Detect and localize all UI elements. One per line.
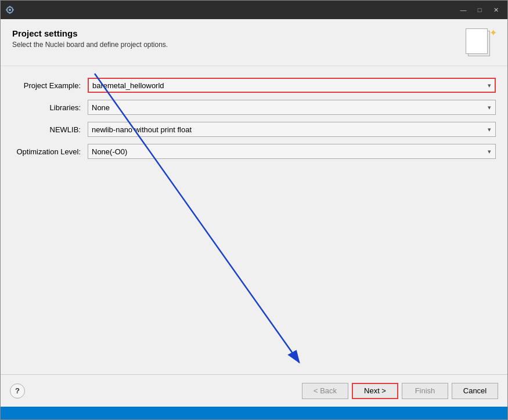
optimization-select[interactable]: None(-O0)	[88, 144, 496, 159]
project-example-select-wrapper: baremetal_helloworld	[88, 78, 496, 93]
finish-button[interactable]: Finish	[402, 383, 448, 399]
status-bar	[1, 407, 507, 419]
window-controls: — □ ✕	[456, 4, 503, 16]
newlib-control: newlib-nano without print float	[88, 122, 496, 137]
bottom-buttons: < Back Next > Finish Cancel	[302, 383, 498, 399]
close-button[interactable]: ✕	[489, 4, 503, 16]
help-button[interactable]: ?	[10, 383, 25, 399]
back-button[interactable]: < Back	[302, 383, 348, 399]
project-example-row: Project Example: baremetal_helloworld	[12, 78, 496, 93]
libraries-control: None	[88, 100, 496, 115]
svg-line-7	[95, 74, 299, 363]
newlib-label: NEWLIB:	[12, 125, 88, 134]
app-icon	[5, 5, 15, 15]
bottom-bar: ? < Back Next > Finish Cancel	[1, 374, 507, 407]
logo-page-front	[466, 28, 488, 54]
dialog-subtitle: Select the Nuclei board and define proje…	[12, 41, 466, 49]
header-section: Project settings Select the Nuclei board…	[1, 19, 507, 66]
header-text: Project settings Select the Nuclei board…	[12, 28, 466, 49]
content-area: Project settings Select the Nuclei board…	[1, 19, 507, 419]
header-logo: ✦	[466, 28, 496, 59]
libraries-row: Libraries: None	[12, 100, 496, 115]
title-bar: — □ ✕	[1, 1, 507, 19]
project-example-label: Project Example:	[12, 81, 88, 90]
main-window: — □ ✕ Project settings Select the Nuclei…	[0, 0, 508, 420]
minimize-button[interactable]: —	[456, 4, 470, 16]
maximize-button[interactable]: □	[473, 4, 487, 16]
next-button[interactable]: Next >	[352, 383, 398, 399]
libraries-select[interactable]: None	[88, 100, 496, 115]
libraries-select-wrapper: None	[88, 100, 496, 115]
cancel-button[interactable]: Cancel	[452, 383, 498, 399]
logo-star-icon: ✦	[489, 27, 497, 38]
optimization-control: None(-O0)	[88, 144, 496, 159]
optimization-row: Optimization Level: None(-O0)	[12, 144, 496, 159]
optimization-label: Optimization Level:	[12, 147, 88, 156]
form-area: Project Example: baremetal_helloworld Li…	[1, 66, 507, 374]
project-example-control: baremetal_helloworld	[88, 78, 496, 93]
newlib-row: NEWLIB: newlib-nano without print float	[12, 122, 496, 137]
libraries-label: Libraries:	[12, 103, 88, 112]
svg-point-1	[9, 9, 11, 11]
newlib-select[interactable]: newlib-nano without print float	[88, 122, 496, 137]
newlib-select-wrapper: newlib-nano without print float	[88, 122, 496, 137]
project-example-select[interactable]: baremetal_helloworld	[88, 78, 496, 93]
dialog-title: Project settings	[12, 28, 466, 38]
optimization-select-wrapper: None(-O0)	[88, 144, 496, 159]
